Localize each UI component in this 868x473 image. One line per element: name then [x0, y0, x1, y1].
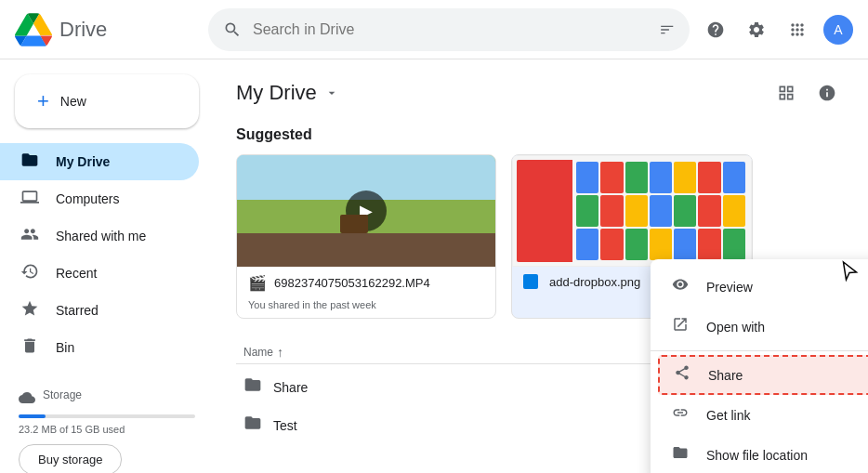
computers-icon [19, 188, 41, 211]
search-bar[interactable] [208, 8, 690, 51]
menu-item-get-link[interactable]: Get link [651, 395, 868, 435]
cloud-screenshot [512, 155, 752, 267]
bin-icon [19, 336, 41, 360]
storage-label: Storage [43, 388, 82, 401]
my-drive-label: My Drive [56, 154, 110, 169]
menu-item-open-with[interactable]: Open with › [651, 307, 868, 347]
drive-logo-icon [15, 11, 52, 48]
drive-title-area: My Drive [236, 81, 339, 105]
file-card-video[interactable]: ▶ 🎬 6982374075053162292.MP4 You shared i… [236, 154, 496, 319]
folder-name-share: Share [273, 380, 308, 395]
sidebar-item-computers[interactable]: Computers [0, 180, 199, 217]
new-button-label: New [60, 94, 86, 109]
video-type-icon: 🎬 [248, 274, 267, 292]
apps-button[interactable] [779, 11, 816, 48]
app-title: Drive [59, 18, 107, 42]
menu-item-show-location[interactable]: Show file location [651, 435, 868, 473]
topbar-actions: A [697, 11, 853, 48]
folder-icon-share [243, 375, 262, 399]
video-thumbnail: ▶ [237, 155, 495, 267]
show-location-icon [669, 444, 691, 466]
folder-name-test: Test [273, 418, 297, 433]
shared-label: Shared with me [56, 229, 146, 243]
topbar: Drive A [0, 0, 868, 59]
storage-bar-bg [19, 414, 195, 418]
menu-item-share[interactable]: Share [658, 355, 868, 395]
image-thumbnail [512, 155, 752, 267]
video-file-sub: You shared in the past week [237, 299, 495, 318]
menu-label-get-link: Get link [706, 408, 750, 423]
header-icons [768, 74, 846, 112]
shared-icon [19, 225, 41, 248]
recent-label: Recent [56, 266, 97, 281]
drive-title-dropdown-icon[interactable] [324, 85, 339, 100]
storage-bar-fill [19, 414, 46, 418]
sidebar-item-bin[interactable]: Bin [0, 329, 199, 366]
content-area: My Drive Suggested [214, 59, 868, 473]
open-with-icon [669, 316, 691, 337]
menu-divider [651, 350, 868, 351]
new-button[interactable]: + New [15, 74, 199, 128]
info-button[interactable] [809, 74, 846, 112]
sidebar-item-shared[interactable]: Shared with me [0, 217, 199, 255]
sidebar-item-starred[interactable]: Starred [0, 292, 199, 329]
my-drive-icon [19, 151, 41, 174]
suggested-label: Suggested [236, 126, 846, 143]
folder-icon-test [243, 414, 262, 437]
drive-header: My Drive [236, 74, 846, 112]
computers-label: Computers [56, 191, 119, 206]
cloud-storage-icon [19, 389, 35, 406]
new-plus-icon: + [37, 91, 49, 112]
storage-used-text: 23.2 MB of 15 GB used [19, 424, 195, 435]
sidebar-item-recent[interactable]: Recent [0, 255, 199, 292]
bin-label: Bin [56, 340, 74, 355]
sidebar: + New My Drive Computers Shared with me [0, 59, 214, 473]
drive-title-text: My Drive [236, 81, 317, 105]
tune-icon[interactable] [659, 20, 675, 39]
logo-area: Drive [15, 11, 201, 48]
starred-label: Starred [56, 303, 99, 318]
sidebar-item-my-drive[interactable]: My Drive [0, 143, 199, 180]
get-link-icon [669, 404, 691, 426]
menu-label-open-with: Open with [706, 320, 765, 335]
buy-storage-button[interactable]: Buy storage [19, 444, 122, 473]
main-layout: + New My Drive Computers Shared with me [0, 59, 868, 473]
menu-label-share: Share [708, 368, 743, 383]
search-input[interactable] [253, 21, 648, 38]
recent-icon [19, 262, 41, 285]
menu-item-preview[interactable]: Preview [651, 267, 868, 307]
help-button[interactable] [697, 11, 734, 48]
sort-icon: ↑ [277, 345, 283, 360]
settings-button[interactable] [738, 11, 775, 48]
grid-view-button[interactable] [768, 74, 805, 112]
storage-section: Storage 23.2 MB of 15 GB used Buy storag… [0, 381, 214, 473]
search-icon [223, 20, 242, 39]
share-icon [671, 364, 693, 386]
image-file-name: add-dropbox.png [549, 275, 640, 289]
menu-label-show-location: Show file location [706, 448, 808, 463]
context-menu: Preview Open with › Share [651, 259, 868, 473]
preview-icon [669, 276, 691, 297]
menu-label-preview: Preview [706, 280, 753, 295]
video-file-name: 6982374075053162292.MP4 [274, 276, 430, 290]
dropbox-icon [523, 274, 538, 289]
user-avatar[interactable]: A [823, 15, 853, 45]
file-card-video-info: 🎬 6982374075053162292.MP4 [237, 267, 495, 299]
starred-icon [19, 299, 41, 322]
